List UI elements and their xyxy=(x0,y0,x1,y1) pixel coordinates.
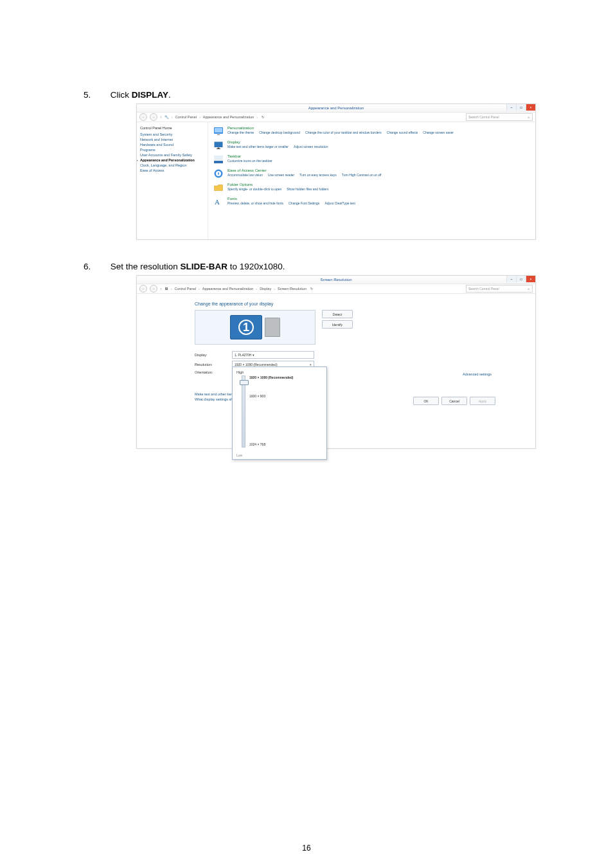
address-bar: ← → ↑ 🔧 › Control Panel › Appearance and… xyxy=(137,113,535,122)
category-link[interactable]: Show hidden files and folders xyxy=(287,187,328,191)
breadcrumb[interactable]: Control Panel xyxy=(175,115,197,119)
sidebar-item[interactable]: Ease of Access xyxy=(140,168,204,172)
detect-button[interactable]: Detect xyxy=(322,310,353,318)
category-row: AFontsPreview, delete, or show and hide … xyxy=(213,197,530,207)
apply-button[interactable]: Apply xyxy=(470,397,495,405)
category-link[interactable]: Make text and other items larger or smal… xyxy=(227,145,289,149)
category-link[interactable]: Accommodate low vision xyxy=(227,173,263,177)
svg-rect-2 xyxy=(217,134,220,135)
close-button[interactable]: × xyxy=(526,276,535,282)
advanced-settings-link[interactable]: Advanced settings xyxy=(463,372,492,376)
slider-high-label: High xyxy=(236,370,323,374)
search-placeholder: Search Control Panel xyxy=(468,287,499,291)
refresh-icon[interactable]: ↻ xyxy=(260,114,265,120)
category-link[interactable]: Turn High Contrast on or off xyxy=(342,173,382,177)
resolution-option[interactable]: 1600 × 900 xyxy=(249,394,294,398)
category-link[interactable]: Change sound effects xyxy=(387,131,418,134)
orientation-label: Orientation: xyxy=(195,370,223,374)
ok-button[interactable]: OK xyxy=(413,397,439,405)
resolution-dropdown[interactable]: High 1920 × 1080 (Recommended)1600 × 900… xyxy=(232,366,327,460)
maximize-button[interactable]: □ xyxy=(516,276,526,282)
breadcrumb[interactable]: Control Panel xyxy=(175,287,196,291)
back-button[interactable]: ← xyxy=(139,113,147,121)
sidebar-item[interactable]: System and Security xyxy=(140,132,204,136)
category-link[interactable]: Change Font Settings xyxy=(289,201,319,205)
category-row: DisplayMake text and other items larger … xyxy=(213,140,530,150)
search-input[interactable]: Search Control Panel ⌕ xyxy=(466,113,533,121)
display-label: Display: xyxy=(195,353,223,357)
minimize-button[interactable]: – xyxy=(506,104,516,111)
window-titlebar: Screen Resolution – □ × xyxy=(137,276,535,284)
sidebar: Control Panel Home System and SecurityNe… xyxy=(137,122,208,239)
resolution-option[interactable]: 1920 × 1080 (Recommended) xyxy=(249,375,294,379)
category-heading[interactable]: Fonts xyxy=(227,197,530,201)
category-heading[interactable]: Personalization xyxy=(227,126,530,130)
category-row: PersonalizationChange the themeChange de… xyxy=(213,126,530,136)
screenshot-appearance: Appearance and Personalization – □ × ← →… xyxy=(136,104,536,240)
category-link[interactable]: Turn on easy access keys xyxy=(299,173,337,177)
svg-text:A: A xyxy=(215,198,220,206)
screenshot-resolution: Screen Resolution – □ × ← → ↑ 🖥 › Contro… xyxy=(136,275,536,449)
sidebar-header[interactable]: Control Panel Home xyxy=(140,126,204,130)
category-heading[interactable]: Taskbar xyxy=(227,154,530,158)
category-heading[interactable]: Display xyxy=(227,140,530,144)
breadcrumb[interactable]: Appearance and Personalization xyxy=(202,287,254,291)
step-6: 6. Set the resolution SLIDE-BAR to 1920x… xyxy=(84,262,529,271)
category-link[interactable]: Change screen saver xyxy=(423,131,454,134)
monitor-2[interactable] xyxy=(265,318,280,337)
display-icon xyxy=(213,140,224,150)
category-link[interactable]: Change desktop background xyxy=(259,131,300,134)
display-preview[interactable]: 1 xyxy=(195,310,315,345)
address-bar: ← → ↑ 🖥 › Control Panel › Appearance and… xyxy=(137,284,535,294)
minimize-button[interactable]: – xyxy=(506,276,516,282)
step-text-bold: DISPLAY xyxy=(132,90,168,100)
sidebar-item[interactable]: Clock, Language, and Region xyxy=(140,163,204,167)
category-row: TaskbarCustomize icons on the taskbar xyxy=(213,154,530,165)
ease-icon xyxy=(213,168,224,179)
slider-thumb[interactable] xyxy=(240,380,249,385)
page-number: 16 xyxy=(0,844,613,853)
breadcrumb[interactable]: Appearance and Personalization xyxy=(203,115,254,119)
breadcrumb-icon: 🔧 xyxy=(164,115,169,119)
back-button[interactable]: ← xyxy=(139,285,147,293)
forward-button[interactable]: → xyxy=(150,113,157,121)
identify-button[interactable]: Identify xyxy=(322,320,353,329)
monitor-1[interactable]: 1 xyxy=(230,315,262,339)
category-heading[interactable]: Folder Options xyxy=(227,183,530,186)
svg-rect-7 xyxy=(214,156,223,160)
category-row: Ease of Access CenterAccommodate low vis… xyxy=(213,168,530,179)
step-5: 5. Click DISPLAY. xyxy=(84,90,529,100)
search-placeholder: Search Control Panel xyxy=(468,115,499,119)
maximize-button[interactable]: □ xyxy=(516,104,526,111)
breadcrumb[interactable]: Screen Resolution xyxy=(278,287,306,291)
close-button[interactable]: × xyxy=(526,104,535,111)
sidebar-item[interactable]: User Accounts and Family Safety xyxy=(140,153,204,157)
resolution-slider[interactable] xyxy=(242,375,245,448)
category-link[interactable]: Preview, delete, or show and hide fonts xyxy=(227,201,283,205)
sidebar-item[interactable]: Programs xyxy=(140,148,204,152)
display-select[interactable]: 1. PL4270H ▾ xyxy=(232,351,314,359)
category-link[interactable]: Change the color of your taskbar and win… xyxy=(305,131,382,134)
category-link[interactable]: Use screen reader xyxy=(268,173,294,177)
refresh-icon[interactable]: ↻ xyxy=(309,286,314,291)
sidebar-item[interactable]: Network and Internet xyxy=(140,138,204,141)
category-heading[interactable]: Ease of Access Center xyxy=(227,168,530,172)
up-icon[interactable]: ↑ xyxy=(160,287,162,291)
sidebar-item[interactable]: Appearance and Personalization xyxy=(140,158,204,162)
category-link[interactable]: Adjust ClearType text xyxy=(324,201,355,205)
category-link[interactable]: Adjust screen resolution xyxy=(294,145,328,149)
slider-low-label: Low xyxy=(236,453,242,457)
cancel-button[interactable]: Cancel xyxy=(441,397,467,405)
forward-button[interactable]: → xyxy=(150,285,157,293)
breadcrumb[interactable]: Display xyxy=(260,287,271,291)
step-number: 5. xyxy=(84,90,108,100)
svg-rect-5 xyxy=(217,149,220,149)
category-link[interactable]: Customize icons on the taskbar xyxy=(227,159,272,163)
search-input[interactable]: Search Control Panel ⌕ xyxy=(466,285,533,293)
category-link[interactable]: Change the theme xyxy=(227,131,254,134)
category-link[interactable]: Specify single- or double-click to open xyxy=(227,187,281,191)
resolution-option[interactable]: 1024 × 768 xyxy=(249,442,294,446)
up-icon[interactable]: ↑ xyxy=(160,115,162,119)
sidebar-item[interactable]: Hardware and Sound xyxy=(140,143,204,147)
step-text-bold: SLIDE-BAR xyxy=(181,262,228,271)
